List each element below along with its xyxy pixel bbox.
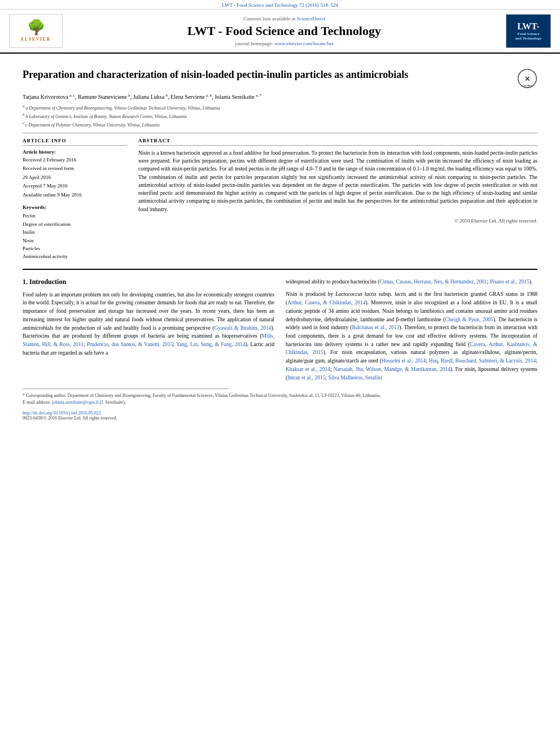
footnote-divider (23, 388, 229, 389)
issn-line: 0023-6438/© 2016 Elsevier Ltd. All right… (23, 416, 537, 421)
author-1: Tatjana Krivorotova a, c, (23, 94, 78, 100)
homepage-url[interactable]: www.elsevier.com/locate/lwt (274, 41, 333, 46)
corresponding-author-note: * Corresponding author. Department of Ch… (23, 392, 537, 399)
received-date: Received 2 February 2016 (23, 156, 127, 164)
revised-label: Received in revised form (23, 165, 127, 173)
email-line: E-mail address: jolanta.sereikaite@vgtu.… (23, 399, 537, 406)
keyword-4: Nisin (23, 237, 127, 244)
elsevier-logo: 🌳 ELSEVIER (9, 14, 63, 48)
ref-hosseini[interactable]: Hosseini et al., 2014 (382, 358, 426, 364)
abstract-col: ABSTRACT Nisin is a known bacteriocin ap… (138, 138, 537, 261)
author-5: Jolanta Sereikaite a, * (215, 94, 261, 100)
email-person: (J. Sereikaite). (99, 400, 125, 405)
intro-right-text-2: Nisin is produced by Lactococcus lactis … (286, 290, 537, 382)
intro-left-text: Food safety is an important problem not … (23, 291, 274, 357)
issn-text: 0023-6438/© 2016 Elsevier Ltd. All right… (23, 416, 117, 421)
lwt-logo-text: LWT- (517, 21, 540, 32)
keywords-heading: Keywords: (23, 204, 127, 210)
introduction-section: 1. Introduction Food safety is an import… (23, 278, 537, 382)
affiliation-c: c c Department of Polymer Chemistry, Vil… (23, 120, 537, 128)
lwt-logo: LWT- Food Scienceand Technology (506, 14, 551, 48)
intro-left-col: 1. Introduction Food safety is an import… (23, 278, 274, 382)
keyword-6: Antimicrobial activity (23, 252, 127, 260)
journal-title: LWT - Food Science and Technology (72, 24, 497, 38)
article-info-heading: ARTICLE INFO (23, 138, 127, 146)
sciencedirect-link-text[interactable]: ScienceDirect (297, 16, 325, 21)
ref-huq[interactable]: Huq, Riedl, Bouchard, Salmieri, & Lacroi… (429, 358, 536, 364)
ref-narsaiah[interactable]: Narsaiah, Jha, Wilson, Mandge, & Manikan… (334, 366, 450, 372)
ref-gyawali[interactable]: Gyawali & Ibrahim, 2014 (214, 325, 271, 331)
keywords-section: Keywords: Pectin Degree of esterificatio… (23, 204, 127, 260)
info-abstract-row: ARTICLE INFO Article history: Received 2… (23, 138, 537, 261)
section-title: Introduction (29, 278, 66, 286)
svg-text:✕: ✕ (524, 76, 530, 83)
affiliations-block: a a Department of Chemistry and Bioengin… (23, 103, 537, 128)
sciencedirect-label: Contents lists available at (243, 16, 296, 21)
ref-balciunas[interactable]: Balciunas et al., 2013 (352, 325, 399, 330)
svg-text:CrossMark: CrossMark (522, 85, 532, 87)
crossmark-icon: ✕ CrossMark (517, 68, 537, 89)
ref-arthur[interactable]: Arthur, Casera, & Chikindas, 2014 (287, 300, 365, 305)
content-divider (23, 133, 537, 133)
keyword-1: Pectin (23, 212, 127, 220)
article-info-col: ARTICLE INFO Article history: Received 2… (23, 138, 127, 261)
journal-header: 🌳 ELSEVIER Contents lists available at S… (0, 10, 560, 54)
ref-cintas[interactable]: Cintas, Casaus, Herranz, Nes, & Hernande… (379, 279, 487, 285)
history-section: Article history: Received 2 February 201… (23, 149, 127, 199)
ref-silva[interactable]: Silva Malheiros, Serafini (328, 375, 382, 381)
article-title-block: Preparation and characterization of nisi… (23, 68, 537, 89)
ref-cavera[interactable]: Cavera, Arthur, Kashtanov, & Chikindas, … (286, 342, 537, 356)
abstract-heading: ABSTRACT (138, 138, 537, 146)
sciencedirect-notice: Contents lists available at ScienceDirec… (72, 16, 497, 21)
homepage-line: journal homepage: www.elsevier.com/locat… (72, 41, 497, 46)
intro-two-col: 1. Introduction Food safety is an import… (23, 278, 537, 382)
ref-yang[interactable]: Yang, Lin, Sung, & Fang, 2014 (176, 342, 246, 347)
affiliation-b: b b Laboratory of Genetics, Institute of… (23, 112, 537, 120)
keyword-list: Pectin Degree of esterification Inulin N… (23, 212, 127, 260)
ref-cheigh[interactable]: Cheigh & Pyun, 2005 (445, 317, 493, 322)
homepage-label: journal homepage: (235, 41, 273, 46)
intro-heading: 1. Introduction (23, 278, 274, 286)
intro-right-col: widespread ability to produce bacterioci… (286, 278, 537, 382)
journal-center: Contents lists available at ScienceDirec… (63, 16, 506, 46)
article-title-text: Preparation and characterization of nisi… (23, 68, 510, 81)
ref-khaksar[interactable]: Khaksar et al., 2014 (286, 366, 330, 372)
available-online-date: Available online 9 May 2016 (23, 191, 127, 199)
top-bar: LWT - Food Science and Technology 72 (20… (0, 0, 560, 10)
keyword-5: Particles (23, 244, 127, 252)
journal-citation: LWT - Food Science and Technology 72 (20… (222, 2, 338, 8)
accepted-date: Accepted 7 May 2016 (23, 182, 127, 190)
lwt-logo-subtitle: Food Scienceand Technology (515, 32, 542, 41)
ref-prudencio[interactable]: Prudencio, dos Santos, & Vanetti, 2015 (87, 342, 173, 347)
history-heading: Article history: (23, 149, 127, 155)
elsevier-wordmark: ELSEVIER (21, 37, 50, 42)
ref-imran[interactable]: Imran et al., 2015 (287, 375, 325, 381)
section-divider (23, 269, 537, 270)
authors-line: Tatjana Krivorotova a, c, Ramune Stanevi… (23, 93, 537, 100)
author-4: Elena Serviene a, b, (170, 94, 215, 100)
elsevier-tree-icon: 🌳 (27, 20, 45, 35)
email-label: E-mail address: (23, 400, 51, 405)
footnote-block: * Corresponding author. Department of Ch… (23, 392, 537, 406)
author-2: Ramune Staneviciene b, (78, 94, 133, 100)
ref-pisano[interactable]: Pisano et al., 2015 (490, 279, 530, 285)
author-3: Juliana Luksa b, (133, 94, 170, 100)
intro-right-text: widespread ability to produce bacterioci… (286, 278, 537, 286)
copyright-notice: © 2016 Elsevier Ltd. All rights reserved… (138, 218, 537, 224)
keyword-2: Degree of esterification (23, 220, 127, 228)
affiliation-a: a a Department of Chemistry and Bioengin… (23, 103, 537, 111)
revised-date: 29 April 2016 (23, 174, 127, 182)
abstract-text: Nisin is a known bacteriocin approved as… (138, 149, 537, 213)
email-address[interactable]: jolanta.sereikaite@vgtu.lt (52, 400, 98, 405)
doi-text[interactable]: http://dx.doi.org/10.1016/j.lwt.2016.05.… (23, 410, 101, 416)
keyword-3: Inulin (23, 228, 127, 236)
doi-line[interactable]: http://dx.doi.org/10.1016/j.lwt.2016.05.… (23, 410, 537, 416)
section-number: 1. (23, 278, 29, 286)
